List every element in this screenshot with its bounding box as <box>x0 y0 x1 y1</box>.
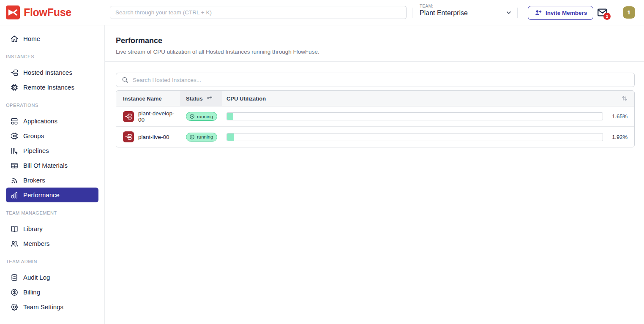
sidebar-item-groups[interactable]: Groups <box>6 128 98 143</box>
page-header: Performance Live stream of CPU utilizati… <box>105 25 644 62</box>
sidebar-item-label: Members <box>23 240 50 247</box>
sidebar-item-hosted-instances[interactable]: Hosted Instances <box>6 65 98 80</box>
sidebar-item-team-settings[interactable]: Team Settings <box>6 299 98 314</box>
instance-name: plant-develop-00 <box>138 110 180 123</box>
hosted-instances-icon <box>10 68 19 77</box>
sidebar-item-pipelines[interactable]: Pipelines <box>6 143 98 158</box>
sidebar-item-label: Library <box>23 225 43 232</box>
invite-members-label: Invite Members <box>546 10 587 16</box>
notifications-button[interactable]: 2 <box>596 6 611 20</box>
user-avatar[interactable]: fl <box>623 6 635 19</box>
status-text: running <box>197 114 213 119</box>
sidebar-item-remote-instances[interactable]: Remote Instances <box>6 80 98 95</box>
sidebar-item-label: Pipelines <box>23 147 49 154</box>
header-divider <box>517 8 518 18</box>
groups-icon <box>10 132 19 140</box>
team-label: TEAM: <box>420 4 468 8</box>
home-icon <box>10 35 19 43</box>
table-row[interactable]: plant-live-00 running 1.92% <box>116 127 634 147</box>
chevron-down-icon[interactable] <box>505 9 512 16</box>
sidebar-item-members[interactable]: Members <box>6 236 98 251</box>
instance-name-cell: plant-live-00 <box>116 131 180 142</box>
sidebar-item-library[interactable]: Library <box>6 221 98 236</box>
search-icon <box>121 76 129 84</box>
header-divider <box>412 8 412 18</box>
brand-name: FlowFuse <box>24 6 71 19</box>
instance-search-box <box>116 73 635 87</box>
library-icon <box>10 225 19 233</box>
sidebar-item-label: Brokers <box>23 177 45 184</box>
instance-search-input[interactable] <box>133 77 629 83</box>
sidebar-item-label: Remote Instances <box>23 84 74 91</box>
header-divider <box>591 8 591 18</box>
node-red-instance-icon <box>123 131 134 142</box>
cpu-utilization-bar-fill <box>227 113 233 120</box>
bars-arrow-up-icon <box>207 95 213 102</box>
table-row[interactable]: plant-develop-00 running 1.65% <box>116 106 634 127</box>
pipelines-icon <box>10 147 19 155</box>
sidebar-item-brokers[interactable]: Brokers <box>6 173 98 188</box>
sidebar-item-audit-log[interactable]: Audit Log <box>6 270 98 285</box>
main-content: Performance Live stream of CPU utilizati… <box>105 25 644 324</box>
sidebar-section-team-management: TEAM MANAGEMENT <box>6 210 98 215</box>
cpu-utilization-bar <box>226 112 603 120</box>
cpu-utilization-bar-fill <box>227 133 234 141</box>
cpu-percentage: 1.65% <box>609 113 628 120</box>
sidebar-item-label: Bill Of Materials <box>23 162 68 169</box>
page-title: Performance <box>116 36 633 45</box>
instance-name: plant-live-00 <box>138 134 169 140</box>
sort-toggle[interactable] <box>615 91 634 106</box>
team-settings-icon <box>10 303 19 311</box>
billing-icon <box>10 288 19 297</box>
sidebar-item-bill-of-materials[interactable]: Bill Of Materials <box>6 158 98 173</box>
instances-table: Instance Name Status CPU Utilization <box>116 90 635 147</box>
sidebar-item-label: Hosted Instances <box>23 69 72 76</box>
sidebar-item-label: Home <box>23 35 40 42</box>
sidebar-item-performance[interactable]: Performance <box>6 188 98 202</box>
sidebar-section-operations: OPERATIONS <box>6 103 98 108</box>
instance-name-cell: plant-develop-00 <box>116 110 180 123</box>
bill-of-materials-icon <box>10 161 19 170</box>
top-bar: FlowFuse TEAM: Plant Enterprise Invite M… <box>0 0 644 25</box>
sidebar-item-applications[interactable]: Applications <box>6 114 98 128</box>
play-circle-icon <box>189 134 195 140</box>
user-plus-icon <box>534 9 542 17</box>
column-header-cpu-utilization: CPU Utilization <box>222 91 615 106</box>
node-red-instance-icon <box>123 111 134 122</box>
sidebar-item-label: Groups <box>23 132 44 139</box>
remote-instances-icon <box>10 83 19 92</box>
sidebar-item-label: Billing <box>23 289 40 296</box>
sidebar-item-label: Applications <box>23 117 57 125</box>
cpu-utilization-bar <box>226 133 603 141</box>
performance-icon <box>10 191 19 199</box>
arrows-up-down-icon <box>621 95 628 102</box>
cpu-percentage: 1.92% <box>609 134 628 140</box>
sidebar: Home INSTANCES Hosted Instances Remote I… <box>0 25 105 324</box>
sidebar-section-team-admin: TEAM ADMIN <box>6 259 98 264</box>
column-header-instance-name[interactable]: Instance Name <box>116 91 180 106</box>
sidebar-item-label: Audit Log <box>23 274 50 281</box>
table-header-row: Instance Name Status CPU Utilization <box>116 91 634 106</box>
cpu-cell: 1.65% <box>222 112 634 120</box>
sidebar-item-billing[interactable]: Billing <box>6 285 98 299</box>
team-selector[interactable]: TEAM: Plant Enterprise <box>420 4 468 17</box>
play-circle-icon <box>189 114 195 119</box>
team-name: Plant Enterprise <box>420 9 468 17</box>
sidebar-section-instances: INSTANCES <box>6 54 98 59</box>
flowfuse-logo[interactable]: FlowFuse <box>6 5 71 19</box>
audit-log-icon <box>10 273 19 282</box>
notification-count-badge: 2 <box>603 13 611 20</box>
sidebar-item-label: Performance <box>23 191 60 199</box>
column-label: CPU Utilization <box>226 95 266 102</box>
performance-panel: Instance Name Status CPU Utilization <box>105 62 644 147</box>
status-cell: running <box>180 112 222 121</box>
column-header-status[interactable]: Status <box>180 91 222 106</box>
applications-icon <box>10 117 19 125</box>
status-badge: running <box>186 112 217 121</box>
sidebar-item-home[interactable]: Home <box>6 31 98 46</box>
cpu-cell: 1.92% <box>222 133 634 141</box>
invite-members-button[interactable]: Invite Members <box>528 6 593 20</box>
page-subtitle: Live stream of CPU utilization of all Ho… <box>116 49 633 55</box>
team-search-input[interactable] <box>110 6 407 19</box>
status-cell: running <box>180 133 222 142</box>
